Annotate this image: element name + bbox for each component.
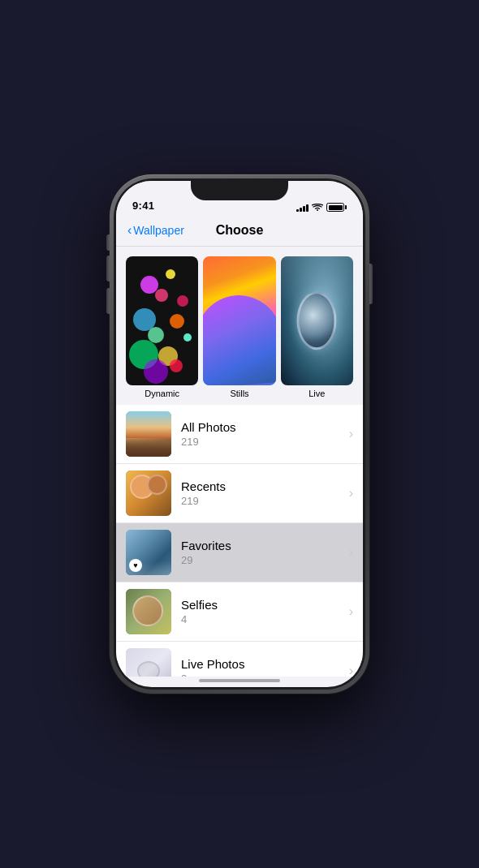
live-photos-count: 3	[181, 672, 349, 677]
all-photos-name: All Photos	[181, 420, 349, 434]
wallpaper-category-dynamic[interactable]: Dynamic	[126, 256, 198, 398]
dynamic-label: Dynamic	[145, 389, 179, 398]
recents-count: 219	[181, 495, 349, 507]
recents-name: Recents	[181, 479, 349, 493]
back-label: Wallpaper	[133, 224, 184, 237]
screen: 9:41	[116, 181, 363, 687]
album-all-photos[interactable]: All Photos 219 ›	[116, 405, 363, 464]
photo-albums-list: All Photos 219 › Recents	[116, 405, 363, 677]
phone-frame: 9:41	[110, 174, 369, 694]
chevron-right-icon: ›	[349, 664, 353, 677]
status-icons	[296, 203, 347, 212]
live-label: Live	[309, 389, 325, 398]
wifi-icon	[312, 204, 323, 212]
mute-button[interactable]	[106, 234, 110, 251]
volume-up-button[interactable]	[106, 256, 110, 281]
nav-bar: ‹ Wallpaper Choose	[116, 217, 363, 247]
home-indicator	[199, 679, 280, 682]
selfies-count: 4	[181, 613, 349, 625]
recents-info: Recents 219	[171, 479, 349, 507]
page-title: Choose	[216, 223, 264, 238]
wallpaper-category-stills[interactable]: Stills	[203, 256, 275, 398]
chevron-right-icon: ›	[349, 427, 353, 441]
content-area: Dynamic Stills	[116, 247, 363, 677]
selfies-info: Selfies 4	[171, 598, 349, 625]
all-photos-info: All Photos 219	[171, 420, 349, 448]
chevron-right-icon: ›	[349, 545, 353, 560]
live-photos-name: Live Photos	[181, 657, 349, 671]
selfies-name: Selfies	[181, 598, 349, 612]
live-photos-info: Live Photos 3	[171, 657, 349, 677]
back-button[interactable]: ‹ Wallpaper	[127, 224, 184, 238]
dynamic-thumbnail	[126, 256, 198, 385]
power-button[interactable]	[369, 264, 373, 304]
battery-icon	[326, 203, 347, 212]
wallpaper-category-live[interactable]: Live	[281, 256, 353, 398]
stills-thumbnail	[203, 256, 275, 385]
chevron-left-icon: ‹	[127, 223, 132, 238]
stills-label: Stills	[230, 389, 248, 398]
volume-down-button[interactable]	[106, 288, 110, 314]
favorites-info: Favorites 29	[171, 539, 349, 566]
album-live-photos[interactable]: Live Photos 3 ›	[116, 642, 363, 677]
selfies-thumbnail	[126, 589, 171, 634]
live-photos-thumbnail	[126, 648, 171, 677]
album-selfies[interactable]: Selfies 4 ›	[116, 582, 363, 642]
all-photos-count: 219	[181, 436, 349, 448]
recents-thumbnail	[126, 471, 171, 516]
notch	[191, 181, 288, 200]
wallpaper-categories: Dynamic Stills	[116, 247, 363, 405]
live-thumbnail	[281, 256, 353, 385]
favorites-thumbnail: ♥	[126, 530, 171, 575]
phone-inner: 9:41	[114, 178, 365, 690]
signal-bars-icon	[296, 204, 309, 212]
chevron-right-icon: ›	[349, 604, 353, 619]
chevron-right-icon: ›	[349, 486, 353, 501]
heart-icon: ♥	[129, 559, 142, 572]
favorites-count: 29	[181, 554, 349, 566]
album-recents[interactable]: Recents 219 ›	[116, 464, 363, 523]
status-time: 9:41	[132, 200, 154, 212]
all-photos-thumbnail	[126, 411, 171, 457]
favorites-name: Favorites	[181, 539, 349, 552]
album-favorites[interactable]: ♥ Favorites 29 ›	[116, 523, 363, 582]
